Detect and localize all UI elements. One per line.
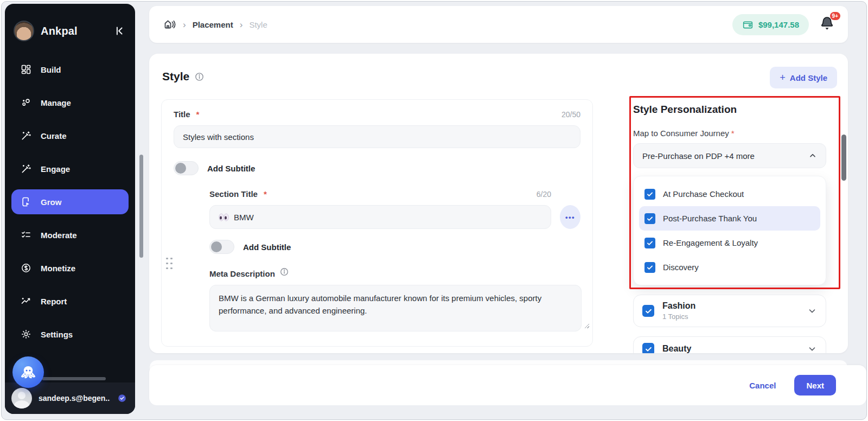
- style-personalization-panel: Style Personalization Map to Consumer Jo…: [633, 99, 826, 353]
- sidebar-item-label: Engage: [41, 164, 70, 174]
- section-add-subtitle-toggle[interactable]: [209, 240, 234, 254]
- section-title-value: BMW: [234, 213, 254, 222]
- panel-vscroll-thumb[interactable]: [841, 135, 846, 181]
- required-asterisk: *: [264, 189, 267, 199]
- category-topics: 1 Topics: [662, 312, 799, 321]
- breadcrumb-separator: ›: [240, 20, 243, 29]
- dollar-icon: [20, 262, 32, 274]
- category-name: Beauty: [662, 344, 799, 353]
- drag-handle-icon[interactable]: [165, 256, 173, 269]
- sidebar-item-engage[interactable]: Engage: [11, 156, 129, 181]
- sidebar-menu: Build Manage Curate Engage Grow Moderate: [5, 47, 135, 347]
- notifications-button[interactable]: 9+: [820, 16, 836, 33]
- journey-option[interactable]: At Purchase Checkout: [639, 182, 820, 206]
- user-email: sandeep.s@begen...: [39, 394, 110, 403]
- sidebar-item-label: Curate: [41, 131, 67, 141]
- sidebar-item-label: Monetize: [41, 264, 75, 273]
- sidebar-item-label: Report: [41, 297, 67, 306]
- page-title: Style: [162, 70, 189, 83]
- checkbox-checked[interactable]: [644, 213, 655, 224]
- style-form: Title* 20/50 Add Subtitle Section Title*…: [161, 99, 593, 347]
- sidebar-item-label: Moderate: [41, 231, 77, 240]
- section-add-subtitle-label: Add Subtitle: [243, 243, 291, 252]
- personalization-title: Style Personalization: [633, 104, 826, 116]
- section-block: Section Title* 6/20 BMW •••: [209, 189, 580, 331]
- breadcrumb-separator: ›: [183, 20, 186, 29]
- sidebar-item-label: Build: [41, 65, 61, 74]
- wallet-balance: $99,147.58: [758, 20, 799, 29]
- user-avatar: [11, 388, 32, 409]
- sidebar-item-label: Grow: [41, 197, 61, 207]
- wand-icon: [20, 163, 32, 175]
- section-char-counter: 6/20: [537, 190, 551, 199]
- info-icon[interactable]: [194, 72, 205, 82]
- gear-icon: [20, 328, 32, 340]
- journey-option-highlighted[interactable]: Post-Purchase Thank You: [639, 206, 820, 231]
- sidebar-item-report[interactable]: Report: [11, 289, 129, 314]
- section-title-input[interactable]: BMW: [209, 205, 551, 229]
- journey-option[interactable]: Re-Engagement & Loyalty: [639, 231, 820, 255]
- title-label: Title*: [174, 110, 199, 119]
- sidebar-hscroll-thumb[interactable]: [42, 377, 106, 380]
- style-panel: Style + Add Style Title* 20/50 Add Subti…: [149, 54, 848, 353]
- journey-select[interactable]: Pre-Purchase on PDP +4 more: [633, 143, 826, 168]
- category-card-beauty[interactable]: Beauty: [633, 336, 826, 353]
- notification-count-badge: 9+: [830, 12, 840, 20]
- sidebar-item-manage[interactable]: Manage: [11, 90, 129, 115]
- checkbox-checked[interactable]: [644, 262, 655, 273]
- required-asterisk: *: [731, 129, 735, 138]
- breadcrumb-placement[interactable]: Placement: [193, 20, 233, 29]
- sidebar-item-label: Settings: [41, 330, 73, 339]
- sidebar-item-grow[interactable]: Grow: [11, 189, 129, 214]
- home-icon[interactable]: [163, 18, 176, 31]
- sidebar-item-build[interactable]: Build: [11, 57, 129, 82]
- next-button[interactable]: Next: [794, 375, 836, 396]
- sidebar-collapse-icon[interactable]: [112, 24, 126, 38]
- trend-icon: [20, 295, 32, 307]
- wallet-balance-pill[interactable]: $99,147.58: [732, 14, 809, 35]
- octopus-fab-button[interactable]: [12, 356, 44, 388]
- chevron-up-icon: [808, 151, 817, 160]
- checklist-icon: [20, 229, 32, 241]
- eyes-emoji-icon: [219, 213, 229, 221]
- meta-description-textarea[interactable]: BMW is a German luxury automobile manufa…: [209, 285, 582, 331]
- manage-icon: [20, 97, 32, 109]
- octopus-icon: [20, 363, 37, 381]
- category-name: Fashion: [662, 301, 799, 311]
- more-options-button[interactable]: •••: [560, 205, 580, 229]
- checkbox-checked[interactable]: [642, 305, 654, 317]
- checkbox-checked[interactable]: [644, 189, 655, 200]
- add-subtitle-toggle[interactable]: [174, 161, 199, 175]
- sidebar-item-moderate[interactable]: Moderate: [11, 222, 129, 247]
- sidebar-logo-row: Ankpal: [5, 4, 135, 47]
- grow-icon: [20, 196, 32, 208]
- brand-name: Ankpal: [41, 25, 106, 37]
- checkbox-checked[interactable]: [644, 238, 655, 248]
- sidebar-item-curate[interactable]: Curate: [11, 123, 129, 148]
- chevron-down-icon: [807, 344, 817, 353]
- chevron-down-icon: [807, 306, 817, 316]
- required-asterisk: *: [196, 110, 200, 119]
- action-footer: Cancel Next: [149, 365, 866, 405]
- verified-badge-icon: [117, 393, 127, 404]
- checkbox-checked[interactable]: [642, 343, 654, 353]
- sidebar: Ankpal Build Manage Curate Engage: [5, 4, 135, 414]
- journey-dropdown: At Purchase Checkout Post-Purchase Thank…: [633, 176, 826, 285]
- build-icon: [20, 63, 32, 75]
- section-title-label: Section Title*: [209, 189, 267, 199]
- cancel-button[interactable]: Cancel: [749, 381, 776, 390]
- journey-option[interactable]: Discovery: [639, 255, 820, 279]
- resize-grip-icon[interactable]: [584, 323, 589, 328]
- plus-icon: +: [780, 72, 786, 84]
- breadcrumb-style: Style: [249, 20, 267, 29]
- title-input[interactable]: [174, 125, 580, 148]
- category-card-fashion[interactable]: Fashion 1 Topics: [633, 295, 826, 327]
- title-char-counter: 20/50: [561, 110, 580, 119]
- info-icon[interactable]: [279, 267, 289, 277]
- journey-label: Map to Consumer Journey*: [633, 129, 826, 138]
- sidebar-item-monetize[interactable]: Monetize: [11, 256, 129, 280]
- add-style-button[interactable]: + Add Style: [770, 67, 837, 88]
- sidebar-item-settings[interactable]: Settings: [11, 322, 129, 347]
- page-vscroll-thumb[interactable]: [139, 155, 143, 258]
- sidebar-item-label: Manage: [41, 98, 71, 107]
